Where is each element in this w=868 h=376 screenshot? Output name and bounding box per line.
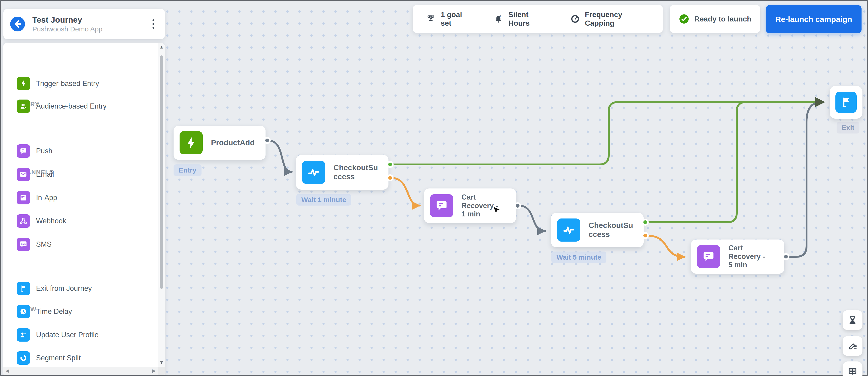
clock-icon xyxy=(17,305,30,318)
journey-builder-app: { "header": { "title": "Test Journey", "… xyxy=(0,0,868,376)
vertical-scroll-thumb[interactable] xyxy=(160,56,163,289)
palette-vertical-scrollbar[interactable]: ▲ ▼ xyxy=(158,43,165,367)
journey-app-name: Pushwoosh Demo App xyxy=(32,25,149,33)
goal-set-button[interactable]: 1 goal set xyxy=(426,10,473,28)
back-button[interactable] xyxy=(10,16,25,31)
node-cart-recovery-1min[interactable]: Cart Recovery - 1 min xyxy=(424,189,516,223)
pulse-icon xyxy=(557,218,580,242)
palette-item-label: Update User Profile xyxy=(36,331,99,339)
node-checkout-success-1[interactable]: CheckoutSuccess xyxy=(296,155,389,190)
frequency-capping-button[interactable]: Frequency Capping xyxy=(570,10,649,28)
hourglass-icon xyxy=(847,315,858,326)
wire-checkout1-to-cart1 xyxy=(391,178,420,206)
arrow-left-icon xyxy=(10,16,25,31)
scroll-up-arrow[interactable]: ▲ xyxy=(158,44,164,50)
audience-icon xyxy=(17,100,30,113)
push-icon xyxy=(430,194,453,217)
flag-icon xyxy=(835,92,857,113)
node-product-add[interactable]: ProductAdd xyxy=(174,126,266,160)
wire-cart1-to-checkout2 xyxy=(519,206,545,231)
scroll-right-arrow[interactable]: ▶ xyxy=(152,368,156,373)
push-icon xyxy=(697,245,720,268)
user-edit-icon xyxy=(17,328,30,342)
output-port[interactable] xyxy=(782,253,789,260)
palette-item-email[interactable]: Email xyxy=(12,163,151,186)
scroll-down-arrow[interactable]: ▼ xyxy=(158,360,164,365)
lightning-icon xyxy=(17,77,30,90)
node-checkout-success-2[interactable]: CheckoutSuccess xyxy=(551,213,644,247)
scroll-left-arrow[interactable]: ◀ xyxy=(5,368,9,373)
history-button[interactable] xyxy=(843,310,863,330)
goal-set-label: 1 goal set xyxy=(441,10,473,28)
wire-cart5-to-exit xyxy=(787,102,823,257)
palette-item-update-profile[interactable]: Update User Profile xyxy=(12,323,151,346)
node-badge-wait: Wait 5 minute xyxy=(551,251,607,263)
relaunch-campaign-button[interactable]: Re-launch campaign xyxy=(766,5,862,33)
palette-item-sms[interactable]: SMS SMS xyxy=(12,233,151,256)
palette-item-label: Exit from Journey xyxy=(36,284,92,293)
palette-item-label: Trigger-based Entry xyxy=(36,79,99,88)
wire-checkout2-to-exit xyxy=(646,102,781,222)
palette-item-time-delay[interactable]: Time Delay xyxy=(12,300,151,323)
edit-notes-button[interactable] xyxy=(843,336,863,356)
node-title: ProductAdd xyxy=(211,138,255,147)
palette-item-trigger-entry[interactable]: Trigger-based Entry xyxy=(12,72,151,95)
launch-status-label: Ready to launch xyxy=(694,15,751,23)
edit-list-icon xyxy=(847,341,858,351)
wire-productadd-to-checkout1 xyxy=(268,140,292,172)
svg-text:z: z xyxy=(500,14,501,18)
sms-icon: SMS xyxy=(17,238,30,251)
mouse-cursor xyxy=(493,206,501,215)
success-output-port[interactable] xyxy=(642,219,649,226)
scrollbar-corner xyxy=(158,367,165,375)
bell-snooze-icon: z xyxy=(494,14,503,24)
check-circle-icon xyxy=(679,13,690,25)
palette-item-label: Email xyxy=(36,170,54,178)
success-output-port[interactable] xyxy=(386,161,394,168)
push-icon xyxy=(17,144,30,158)
timeout-output-port[interactable] xyxy=(642,232,649,239)
palette-item-audience-entry[interactable]: Audience-based Entry xyxy=(12,95,151,118)
journey-title: Test Journey xyxy=(32,15,149,25)
palette-item-label: Webhook xyxy=(36,217,66,225)
node-badge-entry: Entry xyxy=(174,165,202,176)
node-title: Cart Recovery - 5 min xyxy=(728,244,770,269)
output-port[interactable] xyxy=(264,137,271,144)
palette-item-webhook[interactable]: Webhook xyxy=(12,209,151,233)
elements-palette: ENTRY Trigger-based Entry Audience-based… xyxy=(3,43,165,375)
pie-icon xyxy=(17,351,30,365)
node-title: CheckoutSuccess xyxy=(589,221,635,239)
wire-checkout2-to-cart5 xyxy=(646,236,684,257)
silent-hours-label: Silent Hours xyxy=(508,10,549,28)
palette-item-label: Audience-based Entry xyxy=(36,102,106,110)
book-icon xyxy=(847,366,858,376)
palette-item-inapp[interactable]: In-App xyxy=(12,186,151,209)
journey-menu-button[interactable] xyxy=(149,17,158,31)
trophy-icon xyxy=(426,14,436,24)
node-exit[interactable] xyxy=(830,86,863,119)
svg-text:SMS: SMS xyxy=(21,243,26,245)
pulse-icon xyxy=(302,161,325,184)
node-badge-wait: Wait 1 minute xyxy=(296,194,351,206)
webhook-icon xyxy=(17,214,30,228)
palette-horizontal-scrollbar[interactable]: ◀ ▶ xyxy=(3,367,158,375)
palette-item-label: Push xyxy=(36,147,53,155)
documentation-button[interactable] xyxy=(843,362,863,376)
output-port[interactable] xyxy=(514,202,521,209)
lightning-icon xyxy=(180,131,203,154)
palette-item-label: In-App xyxy=(36,194,57,202)
palette-item-push[interactable]: Push xyxy=(12,139,151,163)
silent-hours-button[interactable]: z Silent Hours xyxy=(494,10,549,28)
journey-settings-toolbar: 1 goal set z Silent Hours Frequency Capp… xyxy=(413,5,663,33)
timeout-output-port[interactable] xyxy=(386,174,394,181)
palette-item-label: Segment Split xyxy=(36,354,81,362)
node-badge-exit: Exit xyxy=(837,122,860,134)
journey-header-card: Test Journey Pushwoosh Demo App xyxy=(3,9,165,39)
palette-item-label: SMS xyxy=(36,240,52,248)
node-cart-recovery-5min[interactable]: Cart Recovery - 5 min xyxy=(691,240,784,274)
palette-item-label: Time Delay xyxy=(36,307,72,316)
email-icon xyxy=(17,168,30,181)
palette-item-exit-journey[interactable]: Exit from Journey xyxy=(12,277,151,300)
gauge-icon xyxy=(570,14,580,24)
palette-item-segment-split[interactable]: Segment Split xyxy=(12,346,151,370)
